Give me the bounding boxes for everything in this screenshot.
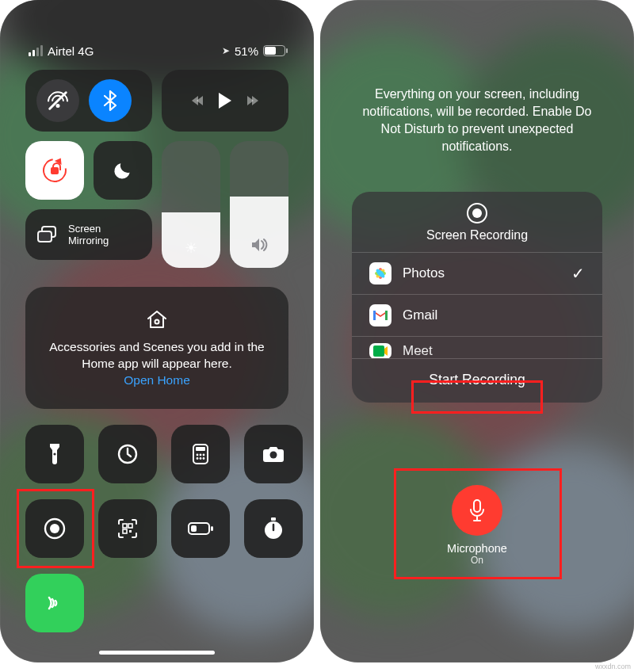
svg-point-10 — [197, 457, 199, 460]
volume-icon — [250, 237, 268, 257]
calculator-button[interactable] — [171, 425, 230, 483]
volume-slider[interactable] — [230, 141, 288, 268]
svg-rect-22 — [191, 525, 197, 532]
svg-point-2 — [155, 320, 159, 324]
svg-rect-19 — [129, 530, 132, 533]
bluetooth-toggle[interactable] — [89, 79, 132, 122]
rotation-lock-icon — [43, 158, 67, 182]
highlight-microphone — [396, 471, 560, 577]
svg-rect-29 — [373, 346, 384, 357]
svg-rect-6 — [196, 447, 205, 451]
destination-label: Photos — [403, 265, 560, 281]
screen-recording-sheet-screenshot: Everything on your screen, including not… — [320, 0, 634, 662]
brightness-icon: ☀︎ — [185, 239, 197, 257]
watermark: wxxdn.com — [595, 662, 631, 670]
open-home-link[interactable]: Open Home — [124, 373, 190, 388]
destination-photos[interactable]: Photos ✓ — [352, 252, 602, 294]
rewind-icon[interactable] — [192, 96, 201, 105]
qr-icon — [116, 517, 139, 540]
svg-point-7 — [197, 454, 199, 456]
svg-rect-17 — [128, 524, 132, 528]
play-icon[interactable] — [219, 93, 231, 109]
timer-icon — [116, 443, 139, 465]
svg-point-11 — [200, 457, 202, 460]
calculator-icon — [192, 443, 209, 465]
moon-icon — [113, 160, 133, 181]
stopwatch-button[interactable] — [244, 499, 303, 558]
home-card-text: Accessories and Scenes you add in the Ho… — [44, 338, 269, 372]
svg-rect-21 — [211, 526, 213, 531]
nfc-icon — [44, 592, 66, 614]
home-card[interactable]: Accessories and Scenes you add in the Ho… — [25, 287, 288, 409]
destination-meet[interactable]: Meet — [352, 336, 602, 358]
record-icon — [467, 203, 487, 223]
connectivity-panel[interactable] — [25, 70, 152, 132]
stopwatch-icon — [262, 517, 285, 540]
control-center-screenshot: Airtel 4G ➤ 51% — [0, 0, 314, 662]
highlight-record-button — [19, 491, 92, 566]
svg-point-3 — [53, 452, 55, 455]
battery-percent: 51% — [235, 44, 258, 58]
svg-point-8 — [200, 454, 202, 456]
nfc-button[interactable] — [25, 574, 84, 632]
low-power-button[interactable] — [171, 499, 230, 558]
location-icon: ➤ — [222, 45, 230, 56]
svg-rect-16 — [123, 524, 127, 528]
carrier-label: Airtel 4G — [48, 44, 94, 58]
forward-icon[interactable] — [249, 96, 258, 105]
svg-rect-1 — [38, 231, 52, 242]
destination-label: Gmail — [403, 307, 585, 323]
camera-button[interactable] — [244, 425, 303, 483]
screen-mirroring-icon — [36, 226, 59, 243]
media-panel[interactable] — [162, 70, 288, 132]
home-indicator[interactable] — [99, 651, 215, 655]
svg-rect-18 — [123, 529, 127, 533]
meet-app-icon — [369, 343, 391, 359]
signal-icon — [29, 45, 43, 56]
sheet-title: Screen Recording — [426, 228, 528, 242]
screen-mirroring-label: Screen Mirroring — [68, 223, 109, 246]
battery-icon — [187, 521, 214, 536]
photos-app-icon — [369, 262, 391, 284]
timer-button[interactable] — [98, 425, 157, 483]
qr-scan-button[interactable] — [98, 499, 157, 558]
do-not-disturb-button[interactable] — [94, 141, 152, 200]
svg-rect-24 — [271, 517, 276, 521]
recording-notice: Everything on your screen, including not… — [352, 86, 602, 155]
svg-point-13 — [270, 452, 277, 459]
screen-recording-sheet: Screen Recording Photos ✓ Gmail — [352, 192, 602, 403]
wifi-toggle[interactable] — [36, 79, 79, 122]
flashlight-icon — [48, 442, 62, 466]
bluetooth-icon — [101, 90, 119, 112]
camera-icon — [262, 445, 285, 464]
screen-mirroring-button[interactable]: Screen Mirroring — [25, 209, 152, 260]
svg-point-12 — [203, 457, 205, 460]
gmail-app-icon — [369, 304, 391, 326]
highlight-start-recording — [414, 383, 540, 411]
flashlight-button[interactable] — [25, 425, 84, 483]
destination-gmail[interactable]: Gmail — [352, 294, 602, 336]
status-bar: Airtel 4G ➤ 51% — [0, 43, 314, 59]
home-icon — [145, 308, 169, 330]
brightness-slider[interactable]: ☀︎ — [162, 141, 220, 268]
wifi-off-icon — [48, 90, 68, 111]
svg-point-9 — [203, 454, 205, 456]
destination-label: Meet — [403, 343, 585, 359]
battery-icon — [263, 45, 285, 56]
rotation-lock-button[interactable] — [25, 141, 84, 200]
check-icon: ✓ — [571, 264, 585, 283]
